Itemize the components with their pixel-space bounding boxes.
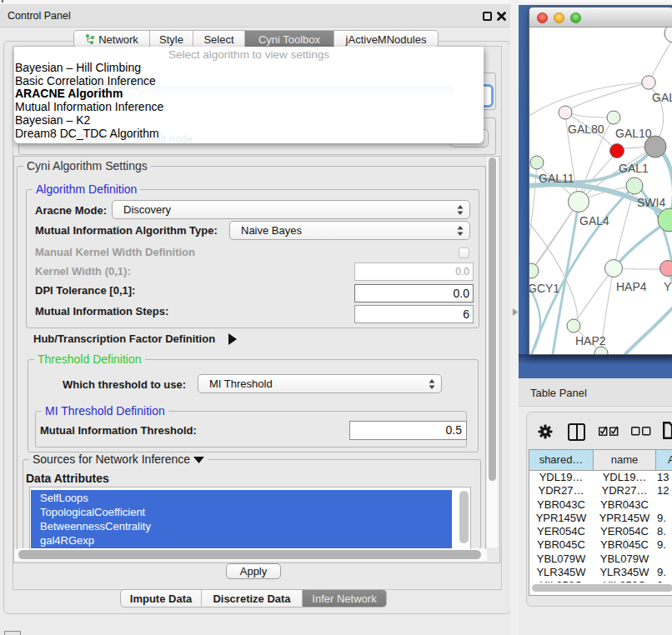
svg-text:GAL4: GAL4: [579, 214, 609, 228]
svg-text:GAL: GAL: [652, 91, 672, 104]
svg-text:GAL1: GAL1: [619, 162, 649, 175]
svg-text:HAP4: HAP4: [616, 280, 647, 293]
svg-text:SWI4: SWI4: [637, 196, 665, 209]
svg-text:Y: Y: [664, 280, 672, 293]
svg-text:GAL11: GAL11: [539, 172, 574, 185]
svg-text:GCY1: GCY1: [529, 282, 559, 295]
svg-text:GAL80: GAL80: [568, 122, 604, 136]
svg-text:GAL10: GAL10: [615, 127, 652, 140]
svg-text:HAP2: HAP2: [575, 334, 606, 348]
